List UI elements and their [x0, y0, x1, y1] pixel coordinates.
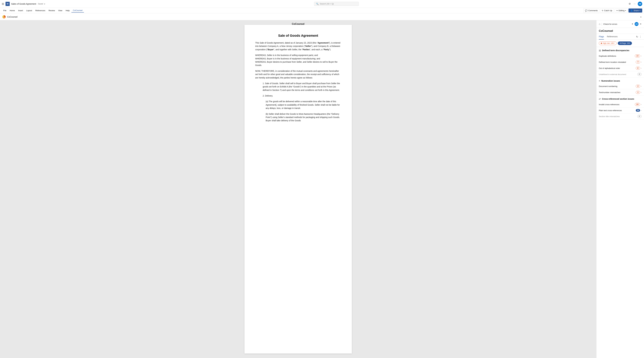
search-box[interactable]: 🔍 Search (Alt + Q) [314, 2, 359, 6]
catchup-button[interactable]: ↻ Catch Up [600, 9, 614, 13]
tab-references[interactable]: References [607, 34, 618, 40]
chevron-invalid-xref: › [641, 103, 642, 106]
doc-title: Sales of Goods Agreement · Saved ∨ [11, 3, 45, 5]
badge-external: 0! [637, 73, 642, 76]
issue-row-doc-numbering[interactable]: Document numbering 3! › [596, 83, 644, 89]
badge-alphabetical: 6! [636, 67, 640, 70]
menu-bar: File Home Insert Layout References Revie… [0, 8, 644, 14]
menu-item-layout[interactable]: Layout [25, 9, 34, 12]
editing-icon: ✏ [616, 10, 618, 12]
panel-filters: High risk: 108 ! All flags: 193 [596, 40, 644, 47]
filter-all-flags[interactable]: All flags: 193 [618, 42, 632, 45]
comments-icon: 💬 [585, 10, 588, 12]
panel-header-right: ✦ AB ✕ [632, 22, 642, 26]
badge-title-mismatch: 0! [637, 115, 642, 118]
catchup-icon: ↻ [602, 10, 603, 12]
catchup-label: Catch Up [604, 10, 612, 12]
badge-doc-numbering: 3! [636, 85, 640, 88]
menu-item-insert[interactable]: Insert [17, 9, 24, 12]
wand-icon[interactable]: ✦ [632, 23, 634, 25]
badge-text-number: 1! [636, 91, 640, 94]
menu-item-review[interactable]: Review [47, 9, 56, 12]
search-icon: 🔍 [316, 3, 318, 5]
menu-item-cocounsel[interactable]: CoCounsel [72, 9, 84, 13]
comments-label: Comments [588, 10, 598, 12]
panel-more-button[interactable]: ⋮ [639, 35, 642, 38]
refresh-button[interactable]: ↻ [636, 35, 638, 38]
cocounsel-bar: CoCounsel ∧ [0, 14, 644, 20]
menu-item-home[interactable]: Home [8, 9, 16, 12]
title-chevron[interactable]: ∨ [44, 3, 45, 5]
issue-row-external[interactable]: Undefined in external document 0! [596, 71, 644, 77]
chevron-doc-numbering: › [641, 85, 642, 87]
cocounsel-logo [2, 15, 6, 19]
tab-flags[interactable]: Flags [599, 34, 604, 40]
chevron-duplicate-definitions: › [641, 55, 642, 57]
chevron-term-location: › [641, 61, 642, 63]
avatar[interactable]: AB [638, 2, 642, 6]
filter-high-risk[interactable]: High risk: 108 ! [599, 42, 616, 45]
doc-para-2: WHEREAS, Seller is in the business of se… [255, 54, 341, 67]
panel-close-icon[interactable]: ✕ [640, 23, 642, 25]
editing-label: Editing [619, 10, 624, 12]
settings-button[interactable]: ⚙ [628, 2, 632, 6]
issue-label-plain-xref: Plain text cross-references [599, 109, 636, 112]
right-panel: ⌂ | Check for errors CoCounsel ✦ AB ✕ Co… [596, 20, 644, 358]
more-button[interactable]: ··· [633, 2, 636, 6]
menu-right: 💬 Comments ↻ Catch Up ✏ Editing ▾ 👤 Shar… [583, 9, 642, 13]
badge-invalid-xref: 26! [635, 103, 640, 106]
issue-label-title-mismatch: Section title mismatches [599, 115, 637, 118]
badge-term-location: 7! [636, 61, 640, 64]
title-right-actions: ⚙ ··· AB [628, 2, 642, 6]
chevron-text-number: › [641, 91, 642, 93]
panel-header: ⌂ | Check for errors CoCounsel ✦ AB ✕ [596, 20, 644, 28]
section-defined-terms: ▤ Defined term discrepancies Duplicate d… [596, 47, 644, 77]
comments-button[interactable]: 💬 Comments [583, 9, 599, 13]
issue-row-invalid-xref[interactable]: Invalid cross-references 26! › [596, 101, 644, 108]
section-header-cross-references: ⇄ Cross-referenced section issues [596, 96, 644, 101]
search-placeholder: Search (Alt + Q) [320, 3, 334, 5]
section-numeration: ≡ Numeration issues Document numbering 3… [596, 77, 644, 96]
panel-content: ▤ Defined term discrepancies Duplicate d… [596, 47, 644, 358]
high-risk-dot [601, 43, 602, 44]
defined-terms-icon: ▤ [599, 49, 601, 52]
issue-label-external: Undefined in external document [599, 73, 637, 76]
collapse-icon[interactable]: ∧ [640, 16, 642, 18]
numeration-icon: ≡ [599, 80, 600, 82]
chevron-alphabetical: › [641, 67, 642, 69]
panel-title-row: CoCounsel [596, 28, 644, 34]
document-area: Sale of Goods Agreement This Sale of Goo… [0, 20, 596, 358]
panel-header-divider: | [602, 23, 602, 26]
tab-actions: ↻ ⋮ [636, 35, 642, 38]
doc-para-7: (b) Seller shall deliver the Goods to Mo… [255, 112, 341, 122]
section-header-numeration: ≡ Numeration issues [596, 77, 644, 83]
badge-duplicate-definitions: 15! [635, 55, 640, 58]
menu-item-file[interactable]: File [2, 9, 8, 12]
menu-item-help[interactable]: Help [64, 9, 71, 12]
check-errors-label: Check for errors [603, 23, 617, 25]
issue-row-duplicate-definitions[interactable]: Duplicate definitions 15! › [596, 53, 644, 59]
panel-header-left: ⌂ | Check for errors [599, 23, 617, 26]
menu-item-references[interactable]: References [34, 9, 47, 12]
editing-button[interactable]: ✏ Editing ▾ [615, 9, 628, 13]
panel-main-title: CoCounsel [599, 29, 642, 33]
document-title: Sale of Goods Agreement [255, 34, 341, 38]
panel-home-icon[interactable]: ⌂ [599, 23, 600, 25]
chevron-plain-xref: › [641, 109, 642, 111]
issue-row-term-location[interactable]: Defined term location misstated 7! › [596, 59, 644, 65]
issue-row-text-number[interactable]: Text/number mismatches 1! › [596, 89, 644, 96]
issue-row-plain-xref[interactable]: Plain text cross-references 34 › [596, 108, 644, 113]
section-cross-references: ⇄ Cross-referenced section issues Invali… [596, 96, 644, 120]
issue-label-alphabetical: Out of alphabetical order [599, 67, 636, 69]
issue-row-title-mismatch[interactable]: Section title mismatches 0! [596, 113, 644, 120]
cross-references-icon: ⇄ [599, 98, 601, 100]
saved-status: · Saved [37, 3, 43, 5]
issue-row-alphabetical[interactable]: Out of alphabetical order 6! › [596, 65, 644, 71]
share-button[interactable]: 👤 Share ▾ [628, 9, 642, 13]
menu-item-view[interactable]: View [57, 9, 64, 12]
panel-tabs: Flags References ↻ ⋮ [596, 34, 644, 40]
panel-avatar[interactable]: AB [634, 22, 638, 26]
document-page: Sale of Goods Agreement This Sale of Goo… [244, 25, 352, 353]
issue-label-doc-numbering: Document numbering [599, 85, 636, 87]
app-grid-icon[interactable]: ⊞ [2, 2, 4, 6]
